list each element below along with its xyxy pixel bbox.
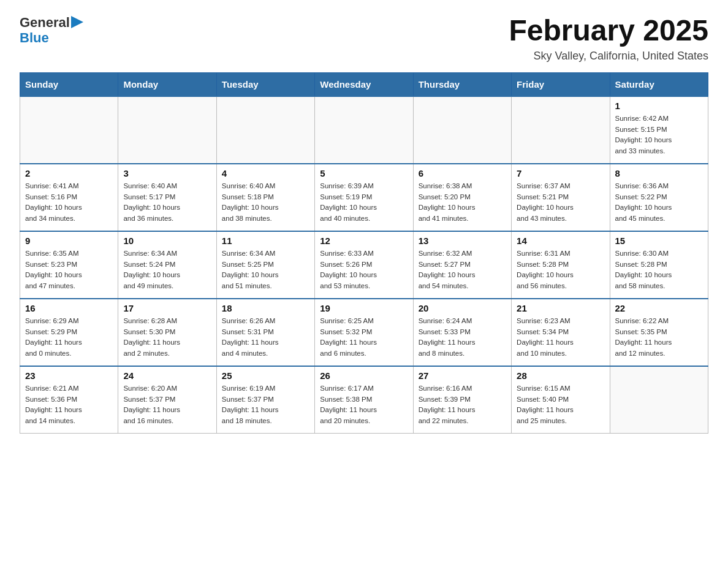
day-number: 22 [615, 303, 703, 313]
day-number: 21 [517, 303, 604, 313]
day-info: Sunrise: 6:29 AM Sunset: 5:29 PM Dayligh… [25, 316, 113, 359]
weekday-header-friday: Friday [512, 72, 610, 96]
calendar-week-row: 1Sunrise: 6:42 AM Sunset: 5:15 PM Daylig… [20, 96, 708, 164]
page-title: February 2025 [509, 15, 708, 47]
day-info: Sunrise: 6:35 AM Sunset: 5:23 PM Dayligh… [25, 248, 113, 292]
calendar-cell [216, 96, 314, 164]
calendar-cell: 5Sunrise: 6:39 AM Sunset: 5:19 PM Daylig… [315, 164, 413, 231]
logo-arrow-icon [71, 16, 83, 28]
day-number: 27 [419, 370, 506, 381]
calendar-cell: 15Sunrise: 6:30 AM Sunset: 5:28 PM Dayli… [610, 231, 708, 299]
page-subtitle: Sky Valley, California, United States [509, 50, 708, 63]
day-number: 4 [222, 168, 309, 178]
calendar-cell: 25Sunrise: 6:19 AM Sunset: 5:37 PM Dayli… [216, 366, 314, 434]
day-number: 1 [615, 101, 703, 111]
day-number: 19 [320, 303, 408, 313]
calendar-cell [20, 96, 118, 164]
calendar-cell [512, 96, 610, 164]
calendar-week-row: 2Sunrise: 6:41 AM Sunset: 5:16 PM Daylig… [20, 164, 708, 231]
day-number: 16 [25, 303, 113, 313]
day-info: Sunrise: 6:24 AM Sunset: 5:33 PM Dayligh… [419, 316, 506, 359]
calendar-cell: 27Sunrise: 6:16 AM Sunset: 5:39 PM Dayli… [413, 366, 511, 434]
day-info: Sunrise: 6:37 AM Sunset: 5:21 PM Dayligh… [517, 181, 604, 224]
weekday-header-thursday: Thursday [413, 72, 511, 96]
day-info: Sunrise: 6:30 AM Sunset: 5:28 PM Dayligh… [615, 248, 703, 292]
day-number: 11 [222, 236, 309, 246]
weekday-header-sunday: Sunday [20, 72, 118, 96]
day-number: 18 [222, 303, 309, 313]
day-number: 9 [25, 236, 113, 246]
calendar-cell [315, 96, 413, 164]
day-number: 5 [320, 168, 408, 178]
calendar-cell: 10Sunrise: 6:34 AM Sunset: 5:24 PM Dayli… [118, 231, 216, 299]
day-info: Sunrise: 6:20 AM Sunset: 5:37 PM Dayligh… [123, 383, 211, 427]
calendar-cell: 22Sunrise: 6:22 AM Sunset: 5:35 PM Dayli… [610, 299, 708, 366]
calendar-cell: 9Sunrise: 6:35 AM Sunset: 5:23 PM Daylig… [20, 231, 118, 299]
calendar-header-row: SundayMondayTuesdayWednesdayThursdayFrid… [20, 72, 708, 96]
weekday-header-tuesday: Tuesday [216, 72, 314, 96]
calendar-cell: 20Sunrise: 6:24 AM Sunset: 5:33 PM Dayli… [413, 299, 511, 366]
calendar-cell: 1Sunrise: 6:42 AM Sunset: 5:15 PM Daylig… [610, 96, 708, 164]
calendar-cell: 2Sunrise: 6:41 AM Sunset: 5:16 PM Daylig… [20, 164, 118, 231]
day-number: 23 [25, 370, 113, 381]
calendar-cell: 7Sunrise: 6:37 AM Sunset: 5:21 PM Daylig… [512, 164, 610, 231]
weekday-header-wednesday: Wednesday [315, 72, 413, 96]
day-info: Sunrise: 6:34 AM Sunset: 5:24 PM Dayligh… [123, 248, 211, 292]
day-number: 6 [419, 168, 506, 178]
day-number: 14 [517, 236, 604, 246]
calendar-cell: 3Sunrise: 6:40 AM Sunset: 5:17 PM Daylig… [118, 164, 216, 231]
day-number: 24 [123, 370, 211, 381]
day-info: Sunrise: 6:38 AM Sunset: 5:20 PM Dayligh… [419, 181, 506, 224]
day-info: Sunrise: 6:23 AM Sunset: 5:34 PM Dayligh… [517, 316, 604, 359]
day-info: Sunrise: 6:40 AM Sunset: 5:17 PM Dayligh… [123, 181, 211, 224]
day-info: Sunrise: 6:16 AM Sunset: 5:39 PM Dayligh… [419, 383, 506, 427]
weekday-header-saturday: Saturday [610, 72, 708, 96]
calendar-cell: 24Sunrise: 6:20 AM Sunset: 5:37 PM Dayli… [118, 366, 216, 434]
day-number: 17 [123, 303, 211, 313]
day-info: Sunrise: 6:25 AM Sunset: 5:32 PM Dayligh… [320, 316, 408, 359]
day-info: Sunrise: 6:33 AM Sunset: 5:26 PM Dayligh… [320, 248, 408, 292]
day-number: 20 [419, 303, 506, 313]
calendar-cell: 21Sunrise: 6:23 AM Sunset: 5:34 PM Dayli… [512, 299, 610, 366]
calendar-cell: 14Sunrise: 6:31 AM Sunset: 5:28 PM Dayli… [512, 231, 610, 299]
day-number: 8 [615, 168, 703, 178]
day-info: Sunrise: 6:39 AM Sunset: 5:19 PM Dayligh… [320, 181, 408, 224]
day-info: Sunrise: 6:31 AM Sunset: 5:28 PM Dayligh… [517, 248, 604, 292]
day-info: Sunrise: 6:36 AM Sunset: 5:22 PM Dayligh… [615, 181, 703, 224]
calendar-cell: 11Sunrise: 6:34 AM Sunset: 5:25 PM Dayli… [216, 231, 314, 299]
logo-blue: Blue [20, 30, 49, 45]
page-header: General Blue February 2025 Sky Valley, C… [20, 15, 708, 63]
calendar-cell [118, 96, 216, 164]
calendar-cell: 6Sunrise: 6:38 AM Sunset: 5:20 PM Daylig… [413, 164, 511, 231]
day-number: 15 [615, 236, 703, 246]
calendar-week-row: 23Sunrise: 6:21 AM Sunset: 5:36 PM Dayli… [20, 366, 708, 434]
calendar-table: SundayMondayTuesdayWednesdayThursdayFrid… [20, 72, 708, 434]
day-number: 13 [419, 236, 506, 246]
day-info: Sunrise: 6:26 AM Sunset: 5:31 PM Dayligh… [222, 316, 309, 359]
day-number: 7 [517, 168, 604, 178]
weekday-header-monday: Monday [118, 72, 216, 96]
day-info: Sunrise: 6:41 AM Sunset: 5:16 PM Dayligh… [25, 181, 113, 224]
day-number: 26 [320, 370, 408, 381]
calendar-cell: 4Sunrise: 6:40 AM Sunset: 5:18 PM Daylig… [216, 164, 314, 231]
logo: General Blue [20, 15, 83, 45]
day-number: 12 [320, 236, 408, 246]
calendar-cell [610, 366, 708, 434]
day-number: 2 [25, 168, 113, 178]
day-info: Sunrise: 6:34 AM Sunset: 5:25 PM Dayligh… [222, 248, 309, 292]
calendar-week-row: 16Sunrise: 6:29 AM Sunset: 5:29 PM Dayli… [20, 299, 708, 366]
day-info: Sunrise: 6:17 AM Sunset: 5:38 PM Dayligh… [320, 383, 408, 427]
day-info: Sunrise: 6:40 AM Sunset: 5:18 PM Dayligh… [222, 181, 309, 224]
calendar-cell: 8Sunrise: 6:36 AM Sunset: 5:22 PM Daylig… [610, 164, 708, 231]
title-block: February 2025 Sky Valley, California, Un… [509, 15, 708, 63]
day-number: 28 [517, 370, 604, 381]
day-info: Sunrise: 6:19 AM Sunset: 5:37 PM Dayligh… [222, 383, 309, 427]
day-info: Sunrise: 6:21 AM Sunset: 5:36 PM Dayligh… [25, 383, 113, 427]
calendar-cell: 23Sunrise: 6:21 AM Sunset: 5:36 PM Dayli… [20, 366, 118, 434]
calendar-cell [413, 96, 511, 164]
day-info: Sunrise: 6:22 AM Sunset: 5:35 PM Dayligh… [615, 316, 703, 359]
calendar-cell: 16Sunrise: 6:29 AM Sunset: 5:29 PM Dayli… [20, 299, 118, 366]
day-info: Sunrise: 6:28 AM Sunset: 5:30 PM Dayligh… [123, 316, 211, 359]
calendar-cell: 12Sunrise: 6:33 AM Sunset: 5:26 PM Dayli… [315, 231, 413, 299]
svg-marker-0 [71, 16, 83, 28]
